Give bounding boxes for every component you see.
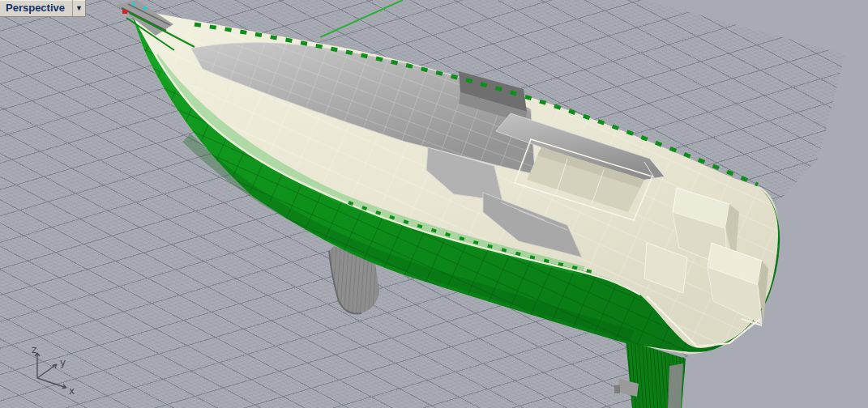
axis-x-label: x: [69, 385, 75, 397]
cyan-marker: [143, 6, 147, 10]
viewport-title-bar[interactable]: Perspective ▼: [0, 0, 86, 17]
3d-scene: z y x: [0, 0, 868, 408]
viewport-title[interactable]: Perspective: [0, 0, 72, 17]
green-curve-object[interactable]: [320, 0, 403, 37]
axis-z-label: z: [32, 344, 36, 355]
sailboat-model[interactable]: [116, 0, 780, 408]
cyan-marker: [132, 2, 135, 6]
viewport-menu-arrow-icon[interactable]: ▼: [73, 0, 85, 16]
world-axes-icon: z y x: [32, 344, 75, 397]
rudder-edge-strip: [668, 363, 683, 408]
axis-y-label: y: [60, 357, 66, 368]
red-marker: [122, 10, 127, 14]
rhino-perspective-viewport[interactable]: z y x Perspective ▼: [0, 0, 868, 408]
